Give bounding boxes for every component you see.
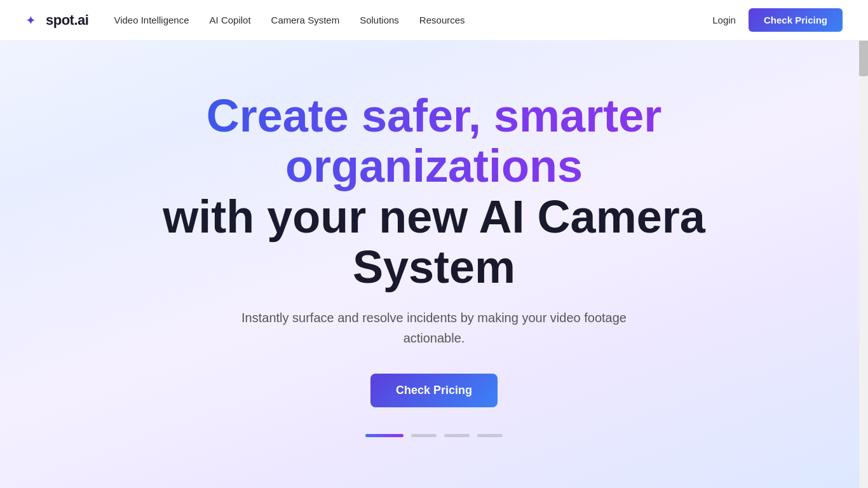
- hero-title-line1: Create safer, smarter organizations: [85, 91, 783, 191]
- slider-dot-4[interactable]: [477, 434, 503, 437]
- nav-item-ai-copilot[interactable]: AI Copilot: [210, 15, 251, 25]
- scrollbar-track: [859, 0, 868, 488]
- nav-item-solutions[interactable]: Solutions: [360, 15, 399, 25]
- hero-section: Create safer, smarter organizations with…: [0, 41, 868, 488]
- login-link[interactable]: Login: [712, 15, 736, 25]
- nav-item-resources[interactable]: Resources: [419, 15, 465, 25]
- navbar-left: ✦ spot.ai Video Intelligence AI Copilot …: [25, 12, 465, 29]
- hero-title-line2: with your new AI Camera System: [85, 192, 783, 292]
- slider-dots: [365, 434, 503, 437]
- slider-dot-1[interactable]: [365, 434, 403, 437]
- nav-item-video-intelligence[interactable]: Video Intelligence: [114, 15, 189, 25]
- check-pricing-button-hero[interactable]: Check Pricing: [370, 374, 498, 407]
- slider-dot-3[interactable]: [444, 434, 470, 437]
- navbar-right: Login Check Pricing: [712, 8, 843, 32]
- logo-icon: ✦: [25, 13, 41, 28]
- hero-title: Create safer, smarter organizations with…: [85, 91, 783, 292]
- nav-item-camera-system[interactable]: Camera System: [271, 15, 340, 25]
- hero-subtitle: Instantly surface and resolve incidents …: [212, 308, 656, 348]
- navbar: ✦ spot.ai Video Intelligence AI Copilot …: [0, 0, 868, 41]
- slider-dot-2[interactable]: [411, 434, 437, 437]
- check-pricing-button-nav[interactable]: Check Pricing: [749, 8, 843, 32]
- nav-links: Video Intelligence AI Copilot Camera Sys…: [114, 15, 465, 25]
- logo-text: spot.ai: [46, 12, 88, 29]
- logo[interactable]: ✦ spot.ai: [25, 12, 88, 29]
